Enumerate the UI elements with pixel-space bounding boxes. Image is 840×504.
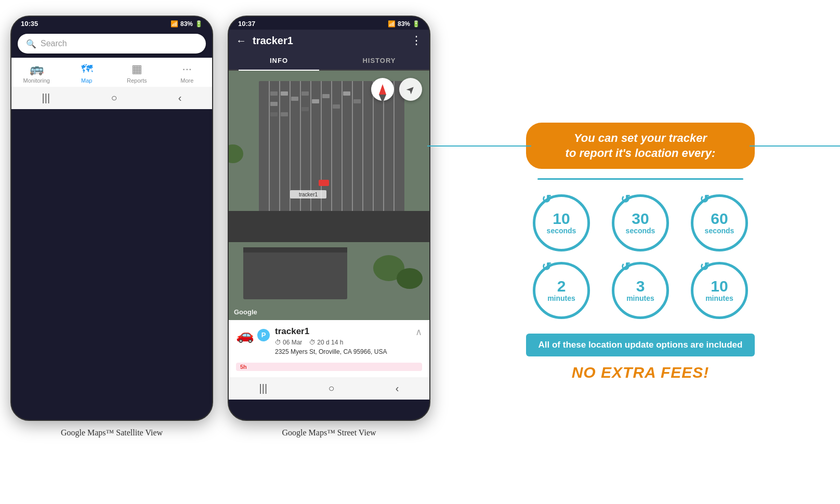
circle-10min: 10 minutes xyxy=(684,262,755,319)
monitoring-icon: 🚌 xyxy=(30,62,44,76)
gesture-home-icon: ○ xyxy=(111,92,117,104)
aerial-map-svg: tracker1 xyxy=(229,71,429,320)
circles-grid: 10 seconds 30 seconds 60 secon xyxy=(526,194,755,319)
menu-dots-button[interactable]: ⋮ xyxy=(411,34,422,47)
tab-info-label: INFO xyxy=(270,57,288,64)
circle-ring-3min: 3 minutes xyxy=(612,262,669,319)
nav-monitoring[interactable]: 🚌 Monitoring xyxy=(21,62,52,84)
gesture-bar: ||| ○ ‹ xyxy=(11,87,212,109)
included-text: All of these location update options are… xyxy=(539,340,743,350)
info-duration-value: 20 d 14 h xyxy=(317,339,343,346)
info-duration: ⏱ 20 d 14 h xyxy=(309,339,343,346)
nav-map-label: Map xyxy=(81,77,92,84)
circle-ring-60sec: 60 seconds xyxy=(691,194,748,251)
back-button[interactable]: ← xyxy=(236,35,246,47)
phone2-signal-icon: 📶 xyxy=(388,20,396,28)
aerial-compass-arrow-icon xyxy=(379,84,386,95)
phone1-battery: 83% xyxy=(180,20,193,28)
svg-rect-32 xyxy=(291,97,298,101)
nav-reports[interactable]: ▦ Reports xyxy=(121,62,152,84)
p-badge: P xyxy=(257,329,270,341)
phone2-tracker-title: tracker1 xyxy=(253,35,404,47)
circle-ring-2min: 2 minutes xyxy=(533,262,590,319)
phone1-status-bar: 10:35 📶 83% 🔋 xyxy=(11,17,212,30)
included-banner: All of these location update options are… xyxy=(526,334,755,356)
bottom-nav: 🚌 Monitoring 🗺 Map ▦ Reports ··· More xyxy=(11,58,212,87)
svg-rect-31 xyxy=(281,112,288,116)
phone1-signal-icon: 📶 xyxy=(170,20,178,28)
teal-divider xyxy=(537,178,743,180)
nav-more[interactable]: ··· More xyxy=(172,62,203,84)
info-date-value: 06 Mar xyxy=(283,339,302,346)
circle-3min: 3 minutes xyxy=(605,262,676,319)
nav-map[interactable]: 🗺 Map xyxy=(71,62,102,84)
phone2-caption: Google Maps™ Street View xyxy=(282,428,376,437)
tracker-icon-wrap: 🚗 P xyxy=(236,326,270,343)
clock-icon: ⏱ xyxy=(275,339,281,346)
tab-history[interactable]: HISTORY xyxy=(329,51,429,70)
nav-monitoring-label: Monitoring xyxy=(23,77,50,84)
circle-ring-30sec: 30 seconds xyxy=(612,194,669,251)
phone2-status-right: 📶 83% 🔋 xyxy=(388,20,420,28)
aerial-compass-button[interactable] xyxy=(371,78,394,101)
svg-rect-30 xyxy=(281,91,288,96)
phone1-status-right: 📶 83% 🔋 xyxy=(170,20,203,28)
phone2-time: 10:37 xyxy=(238,20,255,28)
phone2-gesture-menu-icon: ||| xyxy=(259,382,268,394)
tab-history-label: HISTORY xyxy=(362,57,396,64)
phone1-frame: 10:35 📶 83% 🔋 🔍 Search xyxy=(10,16,213,421)
phone1-caption: Google Maps™ Satellite View xyxy=(61,428,163,437)
svg-rect-22 xyxy=(243,247,347,299)
svg-rect-34 xyxy=(301,107,309,111)
circle-unit-60sec: seconds xyxy=(705,227,734,235)
circle-number-10sec: 10 xyxy=(547,211,576,227)
phone2-gesture-bar: ||| ○ ‹ xyxy=(229,377,429,400)
info-row-top: 🚗 P tracker1 ⏱ 06 Mar ⏱ xyxy=(236,326,387,355)
svg-text:tracker1: tracker1 xyxy=(299,192,318,197)
tabs-bar: INFO HISTORY xyxy=(229,51,429,71)
aerial-nav-arrow-icon: ➤ xyxy=(403,82,418,97)
aerial-map[interactable]: tracker1 ➤ Google xyxy=(229,71,429,320)
info-address: 2325 Myers St, Oroville, CA 95966, USA xyxy=(275,348,387,355)
headline-text: You can set your tracker to report it's … xyxy=(541,131,740,161)
no-fees-text: NO EXTRA FEES! xyxy=(526,364,755,381)
info-tracker-name: tracker1 xyxy=(275,326,387,337)
phone2-status-bar: 10:37 📶 83% 🔋 xyxy=(229,17,429,30)
circle-number-60sec: 60 xyxy=(705,211,734,227)
info-details: tracker1 ⏱ 06 Mar ⏱ 20 d 14 h xyxy=(275,326,387,355)
svg-rect-23 xyxy=(243,247,347,253)
infographic-card: You can set your tracker to report it's … xyxy=(505,107,776,397)
circle-number-3min: 3 xyxy=(626,278,654,294)
aerial-nav-arrow-button[interactable]: ➤ xyxy=(399,78,422,101)
svg-rect-29 xyxy=(270,112,278,116)
svg-rect-39 xyxy=(353,99,361,103)
phones-section: 10:35 📶 83% 🔋 🔍 Search xyxy=(0,0,441,448)
circle-unit-2min: minutes xyxy=(547,294,575,302)
info-panel: 🚗 P tracker1 ⏱ 06 Mar ⏱ xyxy=(229,320,429,377)
search-bar[interactable]: 🔍 Search xyxy=(18,34,206,54)
circle-unit-30sec: seconds xyxy=(626,227,655,235)
info-date: ⏱ 06 Mar xyxy=(275,339,302,346)
circle-number-2min: 2 xyxy=(547,278,575,294)
svg-rect-21 xyxy=(229,211,429,242)
more-icon: ··· xyxy=(182,62,192,76)
phone2-gesture-home-icon: ○ xyxy=(328,382,334,394)
nav-reports-label: Reports xyxy=(127,77,147,84)
phone2-header: ← tracker1 ⋮ xyxy=(229,30,429,51)
info-meta: ⏱ 06 Mar ⏱ 20 d 14 h xyxy=(275,339,387,346)
scroll-hint: ∧ xyxy=(415,326,422,338)
tab-info[interactable]: INFO xyxy=(229,51,329,70)
circle-number-30sec: 30 xyxy=(626,211,655,227)
circle-number-10min: 10 xyxy=(705,278,733,294)
svg-rect-27 xyxy=(270,91,278,96)
phone1-wrapper: 10:35 📶 83% 🔋 🔍 Search xyxy=(10,16,213,437)
infographic-section: You can set your tracker to report it's … xyxy=(441,0,840,504)
headline-banner: You can set your tracker to report it's … xyxy=(526,123,755,169)
svg-rect-35 xyxy=(312,99,319,103)
headline-line2: to report it's location every: xyxy=(566,147,716,160)
phone2-gesture-back-icon: ‹ xyxy=(396,382,399,394)
svg-rect-33 xyxy=(301,91,309,96)
headline-line1: You can set your tracker xyxy=(574,131,707,144)
svg-rect-38 xyxy=(343,91,350,96)
svg-rect-28 xyxy=(270,102,278,106)
